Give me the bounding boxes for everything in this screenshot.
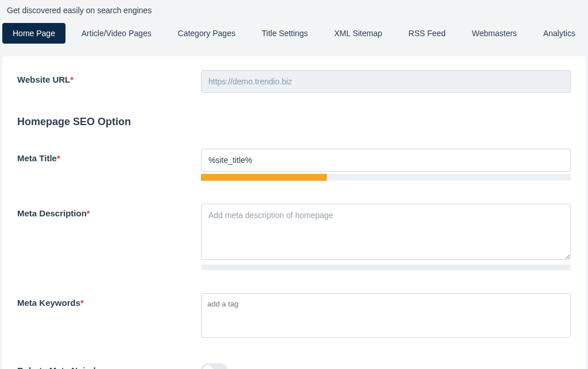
meta-title-label-text: Meta Title (17, 153, 57, 163)
section-heading: Homepage SEO Option (17, 116, 571, 128)
tab-xml-sitemap[interactable]: XML Sitemap (324, 23, 393, 44)
website-url-label: Website URL* (17, 70, 201, 84)
website-url-label-text: Website URL (17, 75, 70, 84)
meta-keywords-box[interactable] (201, 293, 571, 338)
required-mark: * (87, 208, 90, 218)
meta-keywords-label-text: Meta Keywords (17, 298, 80, 308)
meta-title-label: Meta Title* (17, 149, 201, 163)
required-mark: * (57, 153, 60, 163)
meta-keywords-label: Meta Keywords* (17, 293, 201, 308)
tab-home-page[interactable]: Home Page (2, 23, 65, 44)
meta-title-progress-fill (201, 174, 327, 181)
tabs: Home Page Article/Video Pages Category P… (0, 23, 588, 49)
tab-title-settings[interactable]: Title Settings (252, 23, 318, 44)
tab-rss-feed[interactable]: RSS Feed (398, 23, 456, 44)
robots-noindex-label: Robots Meta Noindex (17, 361, 201, 369)
meta-title-input[interactable] (201, 149, 571, 172)
toggle-knob (203, 365, 213, 369)
meta-keywords-input[interactable] (207, 300, 564, 308)
tab-analytics[interactable]: Analytics (533, 23, 586, 44)
required-mark: * (70, 75, 74, 84)
tab-article-video-pages[interactable]: Article/Video Pages (71, 23, 162, 44)
meta-description-label: Meta Description* (17, 204, 201, 218)
page-subtitle: Get discovered easily on search engines (0, 0, 588, 23)
robots-noindex-toggle[interactable] (201, 363, 227, 369)
required-mark: * (80, 298, 84, 308)
meta-description-label-text: Meta Description (17, 208, 87, 218)
tab-category-pages[interactable]: Category Pages (168, 23, 246, 44)
website-url-input (201, 70, 571, 93)
home-page-panel: Website URL* Homepage SEO Option Meta Ti… (2, 56, 586, 369)
meta-title-progress (201, 174, 571, 181)
meta-description-input[interactable] (201, 204, 571, 260)
tab-webmasters[interactable]: Webmasters (462, 23, 527, 44)
meta-description-progress (201, 265, 571, 270)
